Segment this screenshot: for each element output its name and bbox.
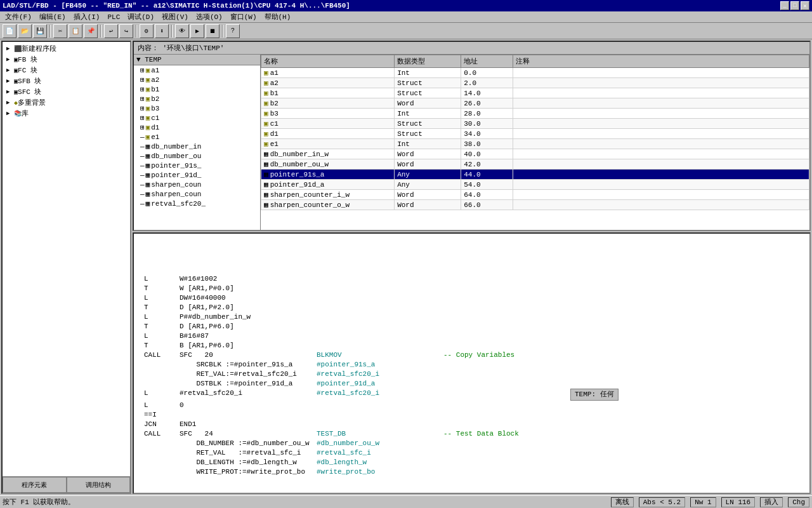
table-row[interactable]: ▦pointer_91s_a Any 44.0 (261, 170, 809, 180)
tree-multi-bg[interactable]: ▶ ◆ 多重背景 (4, 97, 129, 108)
maximize-button[interactable]: □ (790, 1, 799, 10)
copy-btn[interactable]: 📋 (69, 24, 82, 38)
menu-edit[interactable]: 编辑(E) (36, 11, 70, 22)
tl-item-b2[interactable]: ⊞ ▣ b2 (134, 94, 260, 104)
code-operand: SFC 20 (177, 351, 317, 360)
tree-fc-block[interactable]: ▶ ▣ FC 块 (4, 65, 129, 76)
table-row[interactable]: ▣b1 Struct 14.0 (261, 88, 809, 98)
cell-addr: 38.0 (461, 139, 513, 149)
tab-program-elements[interactable]: 程序元素 (3, 477, 67, 493)
table-row[interactable]: ▣b3 Int 28.0 (261, 109, 809, 119)
tl-item-d1[interactable]: ⊞ ▣ d1 (134, 123, 260, 132)
monitor-btn[interactable]: 👁 (175, 24, 189, 38)
cut-btn[interactable]: ✂ (53, 24, 67, 38)
tl-icon-a2: ▣ (146, 76, 150, 84)
open-btn[interactable]: 📂 (18, 24, 32, 38)
code-area[interactable]: LW#16#1002TW [AR1,P#0.0]LDW#16#40000TD [… (134, 234, 809, 493)
col-header-comment: 注释 (513, 55, 809, 68)
cell-comment (513, 68, 809, 78)
tl-item-b3[interactable]: ⊞ ▣ b3 (134, 104, 260, 113)
tl-icon-d1: ▣ (146, 123, 150, 131)
code-symbol (317, 401, 443, 410)
cell-addr: 0.0 (461, 68, 513, 78)
cell-comment (513, 170, 809, 180)
status-offline-label: 离线 (615, 497, 629, 507)
title-bar: LAD/STL/FBD - [FB450 -- "RED_IN" -- a12\… (0, 0, 812, 11)
code-instruction: L (139, 293, 177, 303)
tree-fb-block[interactable]: ▶ ▣ FB 块 (4, 54, 129, 65)
cell-addr: 64.0 (461, 190, 513, 200)
table-row[interactable]: ▦sharpen_counter_o_w Word 66.0 (261, 200, 809, 210)
new-btn[interactable]: 📄 (3, 24, 16, 38)
tab-call-structure[interactable]: 调用结构 (67, 477, 131, 493)
cell-type: Struct (395, 129, 461, 139)
tl-item-db-num-in[interactable]: — ▦ db_number_in (134, 142, 260, 151)
tl-icon-db-num-ou: ▦ (146, 152, 150, 160)
tl-item-sharpen1[interactable]: — ▦ sharpen_coun (134, 180, 260, 189)
tl-item-a2[interactable]: ⊞ ▣ a2 (134, 75, 260, 84)
cell-name: ▣c1 (261, 119, 395, 129)
menu-plc[interactable]: PLC (103, 13, 124, 22)
table-row[interactable]: ▣c1 Struct 30.0 (261, 119, 809, 129)
tl-item-ptr91d[interactable]: — ▦ pointer_91d_ (134, 170, 260, 180)
tl-item-sharpen2[interactable]: — ▦ sharpen_coun (134, 189, 260, 199)
redo-btn[interactable]: ↪ (119, 24, 133, 38)
table-row[interactable]: ▣e1 Int 38.0 (261, 139, 809, 149)
undo-btn[interactable]: ↩ (104, 24, 118, 38)
library-icon: 📚 (14, 110, 22, 117)
code-symbol (317, 322, 443, 331)
code-instruction (139, 467, 177, 477)
table-row[interactable]: ▣a2 Struct 2.0 (261, 78, 809, 88)
code-line: LP##db_number_in_w (139, 312, 804, 322)
menu-options[interactable]: 选项(O) (192, 11, 226, 22)
code-line: SRCBLK :=#pointer_91s_a#pointer_91s_a (139, 360, 804, 370)
table-row[interactable]: ▣b2 Word 26.0 (261, 98, 809, 109)
tl-item-a1[interactable]: ⊞ ▣ a1 (134, 65, 260, 75)
menu-help[interactable]: 帮助(H) (261, 11, 295, 22)
code-operand: D [AR1,P#2.0] (177, 303, 317, 312)
cell-name: ▣b1 (261, 88, 395, 98)
stop-btn[interactable]: ⏹ (206, 24, 219, 38)
code-operand: SRCBLK :=#pointer_91s_a (177, 360, 317, 370)
menu-insert[interactable]: 插入(I) (70, 11, 104, 22)
menu-debug[interactable]: 调试(D) (124, 11, 158, 22)
code-line: RET_VAL :=#retval_sfc_i#retval_sfc_i (139, 448, 804, 458)
tl-item-c1[interactable]: ⊞ ▣ c1 (134, 113, 260, 123)
tl-item-e1[interactable]: — ▣ e1 (134, 132, 260, 142)
code-operand: END1 (177, 420, 317, 429)
compile-btn[interactable]: ⚙ (140, 24, 154, 38)
download-btn[interactable]: ⬇ (155, 24, 169, 38)
table-row[interactable]: ▦sharpen_counter_i_w Word 64.0 (261, 190, 809, 200)
tree-sfc-block[interactable]: ▶ ▣ SFC 块 (4, 86, 129, 97)
cell-addr: 2.0 (461, 78, 513, 88)
tree-sfb-block[interactable]: ▶ ▣ SFB 块 (4, 76, 129, 86)
table-row[interactable]: ▦pointer_91d_a Any 54.0 (261, 180, 809, 190)
menu-window[interactable]: 窗口(W) (226, 11, 261, 22)
tl-item-ptr91s[interactable]: — ▦ pointer_91s_ (134, 161, 260, 170)
tree-root-new-program[interactable]: ▶ ⬛ 新建程序段 (4, 43, 129, 54)
code-symbol (317, 341, 443, 351)
tl-item-db-num-ou[interactable]: — ▦ db_number_ou (134, 151, 260, 161)
tl-item-retval[interactable]: — ▦ retval_sfc20_ (134, 199, 260, 208)
row-icon: ▦ (264, 191, 268, 199)
code-symbol: BLKMOV (317, 351, 443, 360)
minimize-button[interactable]: _ (780, 1, 789, 10)
menu-view[interactable]: 视图(V) (158, 11, 192, 22)
table-row[interactable]: ▣a1 Int 0.0 (261, 68, 809, 78)
close-button[interactable]: ✕ (801, 1, 809, 10)
save-btn[interactable]: 💾 (33, 24, 47, 38)
run-btn[interactable]: ▶ (190, 24, 204, 38)
table-row[interactable]: ▦db_number_in_w Word 40.0 (261, 149, 809, 159)
paste-btn[interactable]: 📌 (84, 24, 98, 38)
cell-type: Any (395, 170, 461, 180)
menu-file[interactable]: 文件(F) (1, 11, 36, 22)
tl-label-a1: a1 (151, 67, 159, 74)
table-row[interactable]: ▦db_number_ou_w Word 42.0 (261, 159, 809, 170)
code-line: L#retval_sfc20_i#retval_sfc20_iTEMP: 任何 (139, 389, 804, 401)
tl-icon-b2: ▣ (146, 95, 150, 103)
col-header-name: 名称 (261, 55, 395, 68)
tree-library[interactable]: ▶ 📚 库 (4, 108, 129, 119)
tl-item-b1[interactable]: ⊞ ▣ b1 (134, 84, 260, 94)
table-row[interactable]: ▣d1 Struct 34.0 (261, 129, 809, 139)
help-btn[interactable]: ? (226, 24, 240, 38)
